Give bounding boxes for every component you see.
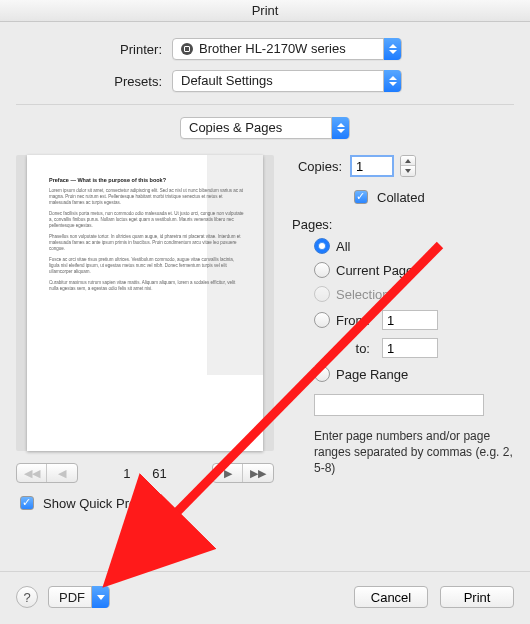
printer-selected: Brother HL-2170W series [199,39,383,59]
show-quick-preview-checkbox[interactable]: Show Quick Preview [16,493,274,513]
doc-heading: Preface — What is the purpose of this bo… [49,177,245,183]
pdf-menu-button[interactable]: PDF [48,586,110,608]
radio-page-range[interactable] [314,366,330,382]
copies-stepper[interactable] [400,155,416,177]
cancel-button[interactable]: Cancel [354,586,428,608]
printer-icon [181,43,193,55]
preview-page: Preface — What is the purpose of this bo… [27,155,263,451]
copies-input[interactable] [350,155,394,177]
radio-from-label: From: [336,313,376,328]
radio-current-page-label: Current Page [336,263,413,278]
presets-selected: Default Settings [181,71,383,91]
copies-label: Copies: [292,159,350,174]
radio-current-page[interactable] [314,262,330,278]
pdf-label: PDF [59,590,85,605]
presets-popup[interactable]: Default Settings [172,70,402,92]
radio-page-range-label: Page Range [336,367,408,382]
radio-selection-label: Selection [336,287,389,302]
page-range-input[interactable] [314,394,484,416]
prev-page-button[interactable]: ◀ [47,464,77,482]
printer-popup[interactable]: Brother HL-2170W series [172,38,402,60]
chevrons-icon [383,70,401,92]
preview-area: Preface — What is the purpose of this bo… [16,155,274,451]
chevrons-icon [383,38,401,60]
last-page-button[interactable]: ▶▶ [243,464,273,482]
section-popup[interactable]: Copies & Pages [180,117,350,139]
radio-from[interactable] [314,312,330,328]
print-button[interactable]: Print [440,586,514,608]
show-quick-preview-label: Show Quick Preview [43,496,162,511]
prev-page-segment[interactable]: ◀◀ ◀ [16,463,78,483]
chevron-down-icon [91,586,109,608]
collated-input[interactable] [354,190,368,204]
chevrons-icon [331,117,349,139]
to-input[interactable] [382,338,438,358]
copies-step-up[interactable] [401,156,415,166]
collated-checkbox[interactable]: Collated [350,187,425,207]
next-page-segment[interactable]: ▶ ▶▶ [212,463,274,483]
section-selected: Copies & Pages [189,118,331,138]
copies-step-down[interactable] [401,166,415,176]
show-quick-preview-input[interactable] [20,496,34,510]
printer-label: Printer: [16,42,172,57]
radio-selection [314,286,330,302]
page-range-hint: Enter page numbers and/or page ranges se… [314,428,514,477]
first-page-button[interactable]: ◀◀ [17,464,47,482]
radio-all-label: All [336,239,350,254]
divider [16,104,514,105]
window-titlebar: Print [0,0,530,22]
page-indicator: 1 61 [123,466,166,481]
collated-label: Collated [377,190,425,205]
presets-label: Presets: [16,74,172,89]
to-label: to: [336,341,376,356]
pages-label: Pages: [292,217,514,232]
help-button[interactable]: ? [16,586,38,608]
radio-all[interactable] [314,238,330,254]
window-title: Print [252,3,279,18]
from-input[interactable] [382,310,438,330]
next-page-button[interactable]: ▶ [213,464,243,482]
